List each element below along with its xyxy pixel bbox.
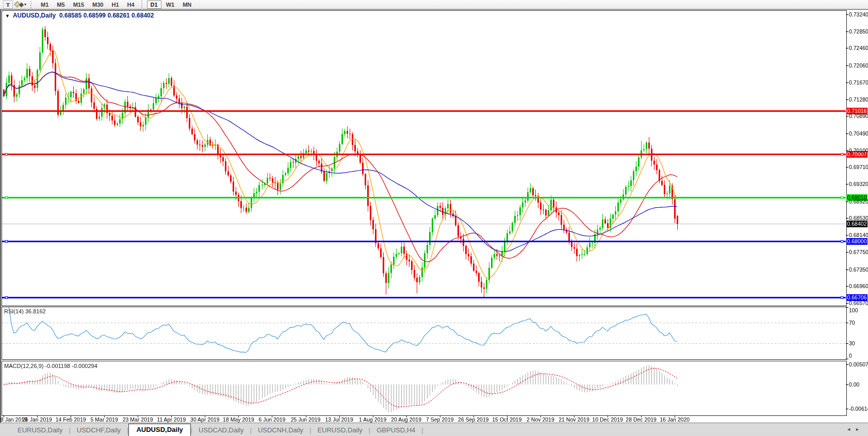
price-tick-label: 0.66570 [849,300,868,306]
date-label: 7 Sep 2019 [426,416,454,423]
date-label: 26 Jan 2019 [22,416,52,423]
date-label: 23 Mar 2019 [123,416,153,423]
price-tick-label: 0.72060 [849,62,868,69]
price-tick-label: 0.67350 [849,266,868,273]
tab-eurusd-daily[interactable]: EURUSD,Daily [311,425,368,436]
date-label: 1 Aug 2019 [359,416,386,423]
price-tick-label: 0.71280 [849,96,868,103]
date-label: 11 Apr 2019 [157,416,186,423]
rsi-level-label: 70 [849,320,855,326]
line-handle[interactable] [841,196,843,199]
line-handle[interactable] [5,296,8,299]
rsi-level-label: 30 [849,340,855,346]
date-label: 15 Oct 2019 [492,416,521,423]
date-label: 25 Jun 2019 [291,416,321,423]
resistance-line-2[interactable] [2,154,846,155]
price-tick-label: 0.72850 [849,28,868,35]
hline-price-label: 0.68000 [846,238,867,245]
price-tick-label: 0.71670 [849,79,868,86]
macd-axis-label: 0.005076 [849,361,868,367]
line-handle[interactable] [841,153,843,156]
date-label: 28 Dec 2019 [626,416,657,423]
mt4-application: T ▾ M1M5M15M30H1H4D1W1MN ▼AUDUSD,Daily 0… [0,0,868,436]
rsi-level-label: 0 [849,353,852,359]
price-tick-label: 0.72460 [849,45,868,51]
symbol-label: AUDUSD,Daily [13,12,56,19]
line-handle[interactable] [841,296,843,299]
support-line-blue-2[interactable] [2,297,846,298]
tab-gbpusd-h4[interactable]: GBPUSD,H4 [370,425,421,436]
price-tick-label: 0.68530 [849,215,868,221]
tab-bar: EURUSD,Daily|USDCHF,Daily|AUDUSD,Daily|U… [0,423,868,436]
price-tick-label: 0.70100 [849,147,868,154]
price-tick-label: 0.68140 [849,232,868,238]
date-label: 16 Jan 2020 [660,416,690,423]
price-tick-label: 0.69320 [849,181,868,187]
rsi-level-label: 100 [849,307,858,313]
line-handle[interactable] [5,240,8,243]
support-line-green[interactable] [2,197,846,198]
date-label: 5 Mar 2019 [91,416,118,423]
tab-audusd-daily[interactable]: AUDUSD,Daily [128,424,190,436]
price-tick-label: 0.69710 [849,164,868,170]
date-label: 18 May 2019 [223,416,254,423]
date-label: 14 Feb 2019 [56,416,86,423]
date-label: 21 Nov 2019 [559,416,589,423]
macd-axis-label: -0.006148 [849,406,868,412]
date-label: 6 Jun 2019 [258,416,285,423]
macd-label: MACD(12,26,9) -0.001198 -0.000294 [4,363,97,369]
macd-axis-label: 0.00 [849,381,859,388]
tab-scroll-left-icon[interactable]: ◄ [846,427,855,432]
chart-title: ▼AUDUSD,Daily 0.68585 0.68599 0.68261 0.… [5,12,154,19]
date-label: 26 Sep 2019 [458,416,489,423]
date-label: 20 Aug 2019 [391,416,421,423]
tab-usdchf-daily[interactable]: USDCHF,Daily [71,425,127,436]
chart-canvas[interactable] [0,0,868,436]
tab-scrollers: ◄► [846,427,864,432]
price-tick-label: 0.73240 [849,11,868,18]
tab-scroll-right-icon[interactable]: ► [855,427,864,432]
price-tick-label: 0.70890 [849,113,868,119]
price-tick-label: 0.70490 [849,130,868,137]
price-tick-label: 0.66960 [849,283,868,289]
support-line-blue-1[interactable] [2,241,846,242]
line-handle[interactable] [841,240,843,243]
tab-usdcnh-daily[interactable]: USDCNH,Daily [252,425,309,436]
resistance-line-1[interactable] [2,110,846,112]
ohlc-values: 0.68585 0.68599 0.68261 0.68402 [59,12,154,19]
date-label: 30 Apr 2019 [190,416,220,423]
line-handle[interactable] [5,196,8,199]
tab-usdcad-daily[interactable]: USDCAD,Daily [192,425,250,436]
date-label: 10 Dec 2019 [592,416,623,423]
price-tick-label: 0.68920 [849,198,868,205]
date-label: 2 Nov 2019 [527,416,554,423]
date-label: 13 Jul 2019 [325,416,353,423]
symbol-dropdown-icon[interactable]: ▼ [5,13,10,19]
line-handle[interactable] [5,153,8,156]
price-tick-label: 0.67750 [849,249,868,255]
tab-eurusd-daily[interactable]: EURUSD,Daily [11,425,69,436]
current-price-label: 0.68402 [846,221,867,227]
rsi-label: RSI(14) 36.8162 [4,308,46,314]
tab-separator: | [421,426,423,436]
